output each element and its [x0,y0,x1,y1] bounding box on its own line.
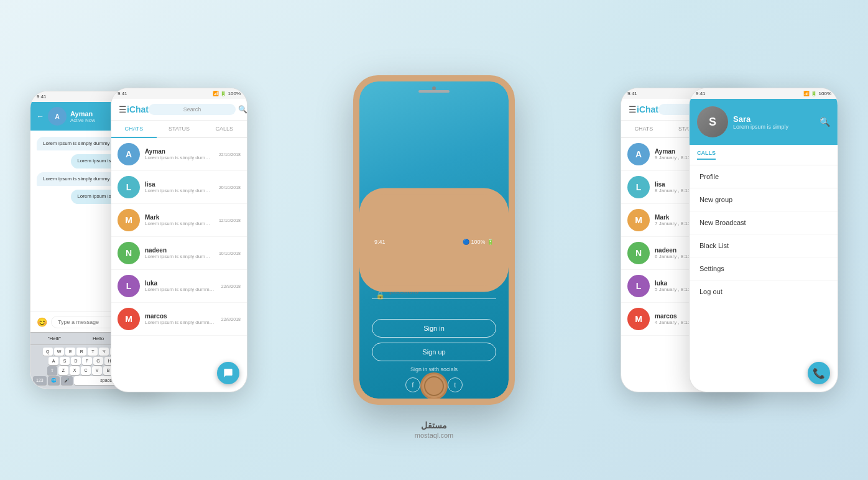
tab-calls-active[interactable]: CALLS [697,150,716,160]
profile-header: S Sara Lorem ipsum is simply 🔍 [690,99,838,145]
home-button[interactable] [420,372,448,400]
dropdown-menu: Profile New group New Broadcast Black Li… [690,165,838,303]
chat-info: Ayman Lorem ipsum is simply dummy text [145,148,214,160]
key-f[interactable]: F [82,357,92,365]
avatar: M [118,308,140,330]
key-r[interactable]: R [76,348,86,356]
status-bar-left1: 9:41 📶 🔋 100% [111,88,247,99]
chat-preview: Lorem ipsum is simply dummy text [145,287,216,292]
back-icon[interactable]: ← [37,112,44,121]
chat-time: 10/10/2018 [219,251,241,256]
watermark: مستقل mostaql.com [415,420,453,439]
search-icon[interactable]: 🔍 [820,117,830,127]
menu-item-black-list[interactable]: Black List [690,234,838,257]
tabs-row: CHATS STATUS CALLS [111,121,247,138]
contact-name: luka [145,280,216,287]
profile-name: Sara [733,114,815,124]
chat-time: 20/10/2018 [219,185,241,190]
status-bar-right2: 9:41 📶 🔋 100% [690,88,838,99]
chat-preview: Lorem ipsum is simply dummy text [145,155,214,160]
social-signin-label: Sign in with socials [410,366,458,372]
contact-name: Ayman [145,148,214,155]
chat-info: marcos Lorem ipsum is simply dummy text [145,313,216,325]
watermark-url: mostaql.com [415,432,453,439]
tab-calls[interactable]: CALLS [201,121,247,137]
key-y[interactable]: Y [99,348,109,356]
menu-icon[interactable]: ☰ [119,104,127,114]
search-bar[interactable]: Search [149,104,236,115]
chat-info: nadeen Lorem ipsum is simply dummy text [145,247,214,259]
app-title: iChat [637,104,658,114]
status-time: 9:41 [627,91,637,96]
avatar: L [118,176,140,198]
menu-item-new-group[interactable]: New group [690,188,838,211]
menu-item-logout[interactable]: Log out [690,280,838,303]
list-item[interactable]: L lisa Lorem ipsum is simply dummy text … [111,171,247,204]
key-c[interactable]: C [81,366,91,375]
key-s[interactable]: S [60,357,70,365]
compose-fab-button[interactable] [217,362,239,384]
avatar: A [118,143,140,165]
chat-list-header: ☰ iChat Search 🔍 [111,99,247,121]
chat-preview: Lorem ipsum is simply dummy text [145,221,214,226]
profile-avatar: S [697,106,728,137]
key-shift[interactable]: ⇧ [47,366,57,375]
chat-time: 12/10/2018 [219,218,241,223]
status-icons: 📶 🔋 100% [213,91,241,96]
list-item[interactable]: N nadeen Lorem ipsum is simply dummy tex… [111,237,247,270]
key-g[interactable]: G [93,357,103,365]
list-item[interactable]: L luka Lorem ipsum is simply dummy text … [111,270,247,303]
call-fab-button-right[interactable]: 📞 [808,362,830,384]
list-item[interactable]: M Mark Lorem ipsum is simply dummy text … [111,204,247,237]
tab-chats[interactable]: CHATS [621,121,667,137]
twitter-icon[interactable]: t [448,377,463,392]
avatar: L [118,275,140,297]
status-time: 9:41 [118,91,127,96]
menu-icon[interactable]: ☰ [629,104,637,114]
key-123[interactable]: 123 [33,376,47,385]
phone-login: 9:41 🔵 100% 🔋 iiChat [353,75,515,405]
list-item[interactable]: A Ayman Lorem ipsum is simply dummy text… [111,138,247,171]
profile-status: Lorem ipsum is simply [733,124,815,130]
contact-name: marcos [145,313,216,320]
key-v[interactable]: V [92,366,102,375]
chat-info: Mark Lorem ipsum is simply dummy text [145,214,214,226]
predict-word-1[interactable]: "Helli" [33,335,76,343]
signup-button[interactable]: Sign up [372,343,496,361]
menu-item-new-broadcast[interactable]: New Broadcast [690,211,838,234]
chat-info: luka Lorem ipsum is simply dummy text [145,280,216,292]
key-a[interactable]: A [48,357,58,365]
app-title: iChat [127,104,149,114]
status-time: 9:41 [37,94,47,99]
menu-item-settings[interactable]: Settings [690,257,838,280]
key-w[interactable]: W [54,348,65,356]
contact-name: lisa [145,181,214,188]
key-x[interactable]: X [70,366,80,375]
chat-info: lisa Lorem ipsum is simply dummy text [145,181,214,193]
key-mic-kb[interactable]: 🎤 [61,376,73,385]
menu-item-profile[interactable]: Profile [690,165,838,188]
search-icon[interactable]: 🔍 [238,105,247,114]
avatar: M [118,209,140,231]
speaker [418,90,450,93]
phone-chatlist: 9:41 📶 🔋 100% ☰ iChat Search 🔍 CHATS STA… [111,88,247,392]
facebook-icon[interactable]: f [405,377,420,392]
emoji-icon[interactable]: 😊 [37,317,47,327]
key-e[interactable]: E [65,348,75,356]
status-time: 9:41 [696,91,706,96]
key-q[interactable]: Q [43,348,53,356]
avatar: A [627,143,650,165]
key-globe[interactable]: 🌐 [48,376,60,385]
list-item[interactable]: M marcos Lorem ipsum is simply dummy tex… [111,303,247,336]
avatar: L [627,176,650,198]
chat-time: 22/9/2018 [221,284,241,288]
tab-chats[interactable]: CHATS [111,121,157,138]
avatar: L [627,275,650,297]
signin-button[interactable]: Sign in [372,319,496,338]
key-d[interactable]: D [71,357,81,365]
key-t[interactable]: T [88,348,98,356]
tab-status[interactable]: STATUS [157,121,202,137]
chat-preview: Lorem ipsum is simply dummy text [145,254,214,259]
key-z[interactable]: Z [58,366,68,375]
status-time: 9:41 [374,238,386,244]
